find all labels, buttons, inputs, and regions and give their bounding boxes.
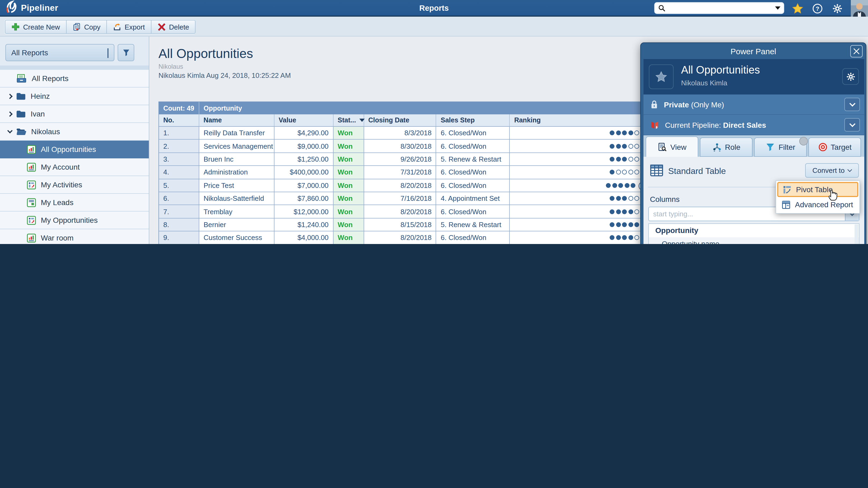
sidebar-item-ivan[interactable]: Ivan <box>0 105 149 123</box>
view-type-label: Standard Table <box>668 166 726 176</box>
report-settings-button[interactable] <box>842 68 859 85</box>
table-row[interactable]: 9.Customer Success$4,000.00Won8/20/20186… <box>159 231 665 244</box>
ranking-dot <box>634 196 640 201</box>
table-row[interactable]: 2.Services Management$9,000.00Won8/30/20… <box>159 140 665 153</box>
close-icon[interactable] <box>850 45 863 58</box>
ranking-dot <box>622 209 627 214</box>
ranking-dot <box>616 157 621 162</box>
row-number-cell: 2. <box>159 140 199 153</box>
sidebar-item-label: My Leads <box>41 198 73 207</box>
column-header-sales-step[interactable]: Sales Step <box>436 115 510 127</box>
ranking-dot <box>616 222 621 227</box>
copy-button[interactable]: Copy <box>66 20 107 34</box>
sidebar-item-label: My Account <box>41 163 80 171</box>
chevron-down-icon <box>107 48 108 57</box>
ranking-dot <box>610 222 615 227</box>
tab-role[interactable]: Role <box>700 137 752 157</box>
chevron-down-icon <box>847 167 852 172</box>
value-cell: $7,860.00 <box>275 192 334 205</box>
report-folder: Nikolaus <box>158 63 183 70</box>
power-panel: Power Panel All Opportunities Nikolaus K… <box>640 42 866 244</box>
convert-to-button[interactable]: Convert to <box>805 163 859 178</box>
toolbar-button-group: Create NewCopyExportDelete <box>4 19 195 34</box>
table-row[interactable]: 7.Tremblay$12,000.00Won8/20/20186. Close… <box>159 205 665 219</box>
delete-button[interactable]: Delete <box>151 20 195 34</box>
sidebar-item-my-account[interactable]: My Account <box>0 158 149 176</box>
chevron-right-icon[interactable] <box>6 112 13 116</box>
privacy-row[interactable]: Private (Only Me) <box>644 95 864 115</box>
table-row[interactable]: 1.Reilly Data Transfer$4,290.00Won8/3/20… <box>159 127 665 140</box>
table-row[interactable]: 4.Administration$400,000.00Won7/31/20186… <box>159 166 665 179</box>
value-cell: $400,000.00 <box>275 166 334 179</box>
column-item-opportunity-name[interactable]: Opportunity name <box>649 237 859 244</box>
ranking-dot <box>628 130 633 135</box>
ranking-dot <box>622 143 627 149</box>
sidebar-item-my-leads[interactable]: My Leads <box>0 194 149 212</box>
privacy-expand-button[interactable] <box>844 98 860 111</box>
sidebar-item-nikolaus[interactable]: Nikolaus <box>0 123 149 141</box>
global-search[interactable] <box>654 2 784 14</box>
pipeliner-logo-icon <box>4 0 18 16</box>
column-header-closing-date[interactable]: Closing Date <box>364 115 436 127</box>
reports-scope-value: All Reports <box>11 48 48 57</box>
settings-gear-icon[interactable] <box>831 2 844 15</box>
pipeline-row[interactable]: Current Pipeline: Direct Sales <box>644 115 864 135</box>
value-cell: $7,000.00 <box>275 179 334 192</box>
table-row[interactable]: 3.Bruen Inc$1,250.00Won9/26/20185. Renew… <box>159 153 665 166</box>
panel-tabs: ViewRoleFilterTarget <box>644 135 864 157</box>
user-avatar[interactable] <box>851 0 868 17</box>
ranking-dot <box>622 157 627 162</box>
search-input[interactable] <box>668 4 775 12</box>
create-new-button[interactable]: Create New <box>5 20 66 34</box>
privacy-value: Private <box>664 100 689 109</box>
sidebar-item-my-opportunities[interactable]: My Opportunities <box>0 212 149 229</box>
panel-report-section: All Opportunities Nikolaus Kimla <box>644 59 864 95</box>
columns-scrollbar[interactable] <box>855 224 858 244</box>
columns-list: OpportunityOpportunity nameOpportunity v… <box>648 223 859 244</box>
sidebar-item-heinz[interactable]: Heinz <box>0 88 149 105</box>
menu-item-pivot-table[interactable]: Pivot Table <box>777 182 858 197</box>
sidebar-item-my-activities[interactable]: My Activities <box>0 176 149 194</box>
name-cell: Services Management <box>199 140 275 153</box>
tab-filter[interactable]: Filter <box>754 137 807 157</box>
column-header-stat[interactable]: Stat... <box>333 115 364 127</box>
sidebar-item-all-reports[interactable]: All Reports <box>0 70 149 88</box>
ranking-dot <box>616 235 621 240</box>
column-header-label: No. <box>163 117 174 124</box>
app-logo[interactable]: Pipeliner <box>4 0 58 16</box>
chevron-down-icon[interactable] <box>6 130 13 133</box>
app-window: Pipeliner Reports ? Create NewCopyExport… <box>0 0 868 244</box>
column-header-name[interactable]: Name <box>199 115 275 127</box>
table-row[interactable]: 5.Price Test$7,000.00Won8/20/20186. Clos… <box>159 179 665 192</box>
ranking-dot <box>606 183 611 188</box>
column-header-value[interactable]: Value <box>275 115 334 127</box>
search-dropdown-caret-icon[interactable] <box>775 6 780 10</box>
closing-date-cell: 8/3/2018 <box>364 127 436 140</box>
column-header-no[interactable]: No. <box>159 115 199 127</box>
report-pivot-icon <box>27 216 36 225</box>
sidebar-filter-button[interactable] <box>118 44 134 61</box>
chevron-right-icon[interactable] <box>6 94 13 98</box>
menu-item-advanced-report[interactable]: Advanced Report <box>777 197 858 212</box>
sidebar-item-war-room[interactable]: War room <box>0 229 149 244</box>
tab-target[interactable]: Target <box>808 137 861 157</box>
help-icon[interactable]: ? <box>811 2 824 15</box>
tab-view[interactable]: View <box>646 136 698 157</box>
folder-closed-icon <box>16 110 26 118</box>
table-row[interactable]: 8.Bernier$1,240.00Won8/15/20185. Renew &… <box>159 218 665 231</box>
ranking-dot <box>622 170 627 175</box>
ranking-dot <box>622 222 627 227</box>
export-button[interactable]: Export <box>106 20 151 34</box>
favorites-star-icon[interactable] <box>791 2 804 15</box>
reports-scope-select[interactable]: All Reports <box>5 44 115 61</box>
ranking-dot <box>612 183 617 188</box>
pipeline-expand-button[interactable] <box>844 118 860 132</box>
role-tab-icon <box>712 142 722 152</box>
sidebar-item-all-opportunities[interactable]: All Opportunities <box>0 141 149 158</box>
name-cell: Price Test <box>199 179 275 192</box>
plus-green-icon <box>11 23 20 31</box>
column-group-opportunity[interactable]: Opportunity <box>649 224 859 237</box>
sidebar-item-label: Nikolaus <box>31 127 60 136</box>
favorite-report-button[interactable] <box>649 64 674 89</box>
table-row[interactable]: 6.Nikolaus-Satterfield$7,860.00Won7/16/2… <box>159 192 665 205</box>
